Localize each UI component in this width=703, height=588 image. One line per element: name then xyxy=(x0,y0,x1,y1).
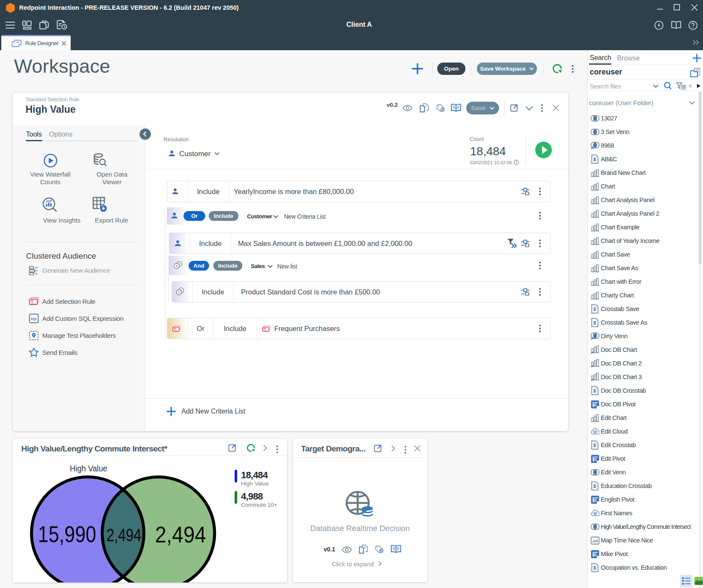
svg-text:2,494: 2,494 xyxy=(106,525,141,545)
svg-text:High Value: High Value xyxy=(70,464,107,473)
svg-text:2,494: 2,494 xyxy=(155,522,206,547)
svg-text:15,990: 15,990 xyxy=(38,522,96,547)
